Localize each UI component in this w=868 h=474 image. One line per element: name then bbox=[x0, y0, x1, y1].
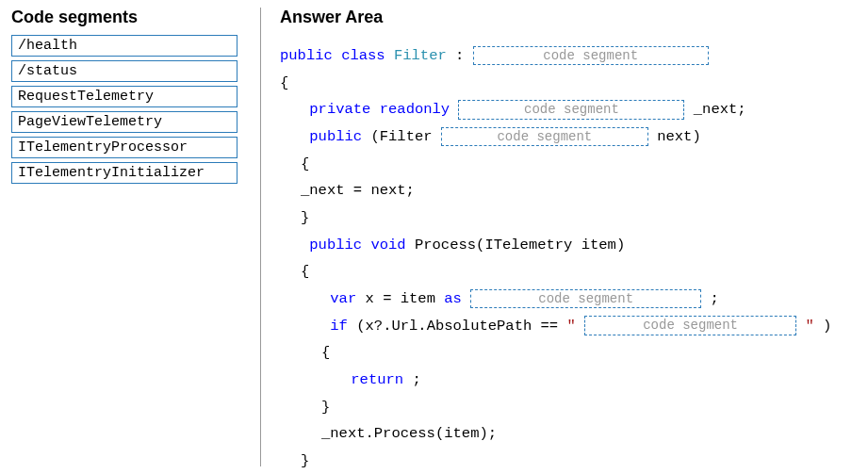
keyword-var: var bbox=[330, 290, 356, 307]
code-line: { bbox=[280, 151, 857, 178]
code-line: { bbox=[280, 339, 857, 367]
segment-item[interactable]: ITelementryInitializer bbox=[11, 162, 237, 184]
keyword-public: public bbox=[309, 128, 362, 145]
keyword-readonly: readonly bbox=[380, 101, 450, 118]
code-segments-panel: Code segments /health /status RequestTel… bbox=[11, 8, 256, 466]
code-line: } bbox=[280, 394, 857, 421]
keyword-class: class bbox=[341, 47, 385, 64]
code-line: return ; bbox=[280, 367, 857, 394]
keyword-void: void bbox=[370, 237, 405, 253]
segment-item[interactable]: /health bbox=[11, 35, 237, 57]
code-line: } bbox=[280, 448, 857, 474]
segment-item[interactable]: PageViewTelemetry bbox=[11, 111, 237, 133]
vertical-divider bbox=[260, 8, 261, 466]
code-line: public (Filter code segment next) bbox=[280, 123, 857, 151]
code-text: : bbox=[455, 47, 473, 64]
keyword-public: public bbox=[309, 237, 362, 253]
code-line: public class Filter : code segment bbox=[280, 42, 857, 70]
code-line: _next.Process(item); bbox=[280, 420, 857, 448]
segment-item[interactable]: /status bbox=[11, 60, 237, 82]
code-line: private readonly code segment _next; bbox=[280, 96, 857, 123]
string-quote: " bbox=[566, 318, 575, 335]
code-text: next) bbox=[657, 128, 701, 145]
drop-zone[interactable]: code segment bbox=[584, 316, 796, 335]
code-text: ; bbox=[710, 290, 718, 307]
answer-area-heading: Answer Area bbox=[280, 8, 857, 27]
drop-zone[interactable]: code segment bbox=[473, 46, 709, 66]
code-text: ; bbox=[412, 371, 420, 388]
code-segments-heading: Code segments bbox=[11, 8, 245, 27]
code-line: if (x?.Url.AbsolutePath == " code segmen… bbox=[280, 313, 857, 340]
keyword-private: private bbox=[309, 101, 370, 118]
code-line: var x = item as code segment ; bbox=[280, 286, 857, 313]
drop-zone[interactable]: code segment bbox=[458, 100, 684, 120]
keyword-as: as bbox=[444, 290, 462, 307]
keyword-public: public bbox=[280, 47, 333, 64]
code-text: (Filter bbox=[370, 128, 440, 145]
code-line: { bbox=[280, 70, 857, 97]
code-line: { bbox=[280, 258, 857, 286]
drop-zone[interactable]: code segment bbox=[441, 127, 648, 147]
code-text: _next; bbox=[694, 101, 746, 118]
code-text: (x?.Url.AbsolutePath == bbox=[356, 318, 566, 335]
answer-area-panel: Answer Area public class Filter : code s… bbox=[265, 8, 857, 466]
keyword-if: if bbox=[330, 318, 348, 335]
code-block: public class Filter : code segment { pri… bbox=[280, 35, 857, 474]
code-line: } bbox=[280, 204, 857, 232]
keyword-return: return bbox=[351, 371, 403, 388]
code-text: ) bbox=[823, 318, 831, 335]
string-quote: " bbox=[805, 318, 813, 335]
segment-item[interactable]: ITelementryProcessor bbox=[11, 137, 237, 158]
code-text: x = item bbox=[366, 290, 445, 307]
class-name: Filter bbox=[394, 47, 447, 64]
segment-item[interactable]: RequestTelemetry bbox=[11, 86, 237, 107]
code-line: _next = next; bbox=[280, 177, 857, 204]
code-line: public void Process(ITelemetry item) bbox=[280, 232, 857, 259]
code-text: Process(ITelemetry item) bbox=[415, 237, 625, 253]
drop-zone[interactable]: code segment bbox=[470, 289, 701, 309]
